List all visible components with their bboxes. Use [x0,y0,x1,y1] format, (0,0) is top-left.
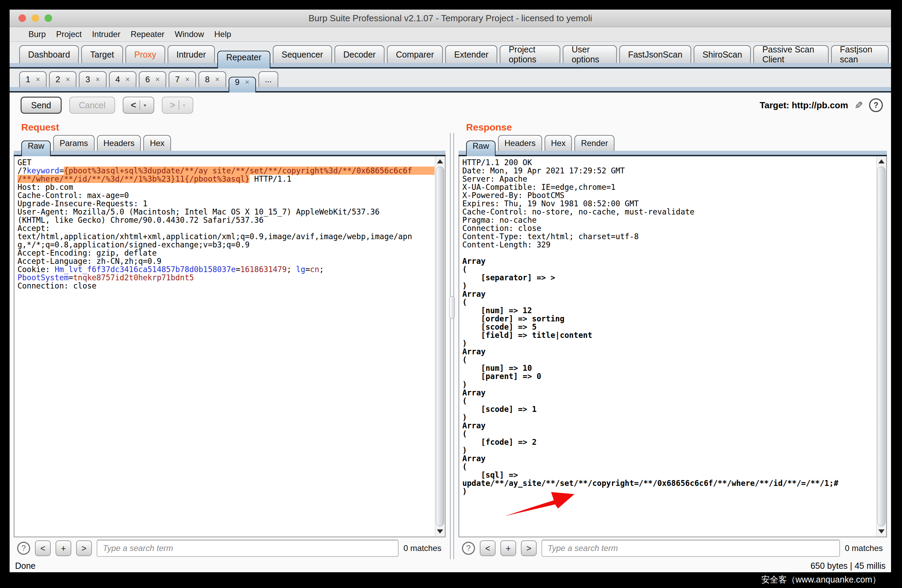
response-scroll-thumb[interactable] [877,167,886,526]
request-tab-hex[interactable]: Hex [143,135,171,151]
request-editor[interactable]: GET/?keyword={pboot%3asql+sql%3dupdate/*… [14,156,446,537]
menu-item-repeater[interactable]: Repeater [125,30,170,39]
menu-item-burp[interactable]: Burp [23,30,51,39]
request-tab-band [14,151,446,156]
tab-fastjson-scan[interactable]: Fastjson scan [831,45,889,63]
close-tab-icon[interactable]: × [185,75,189,84]
request-search-prev-button[interactable]: < [35,540,51,556]
session-tab-2[interactable]: 2× [49,71,77,87]
menu-item-help[interactable]: Help [209,30,236,39]
editor-line: PbootSystem=tnqke8757id2t0hekrp71bdnt5 [17,274,435,281]
response-search-input[interactable] [542,540,840,557]
close-tab-icon[interactable]: × [245,78,249,87]
request-search-next-button[interactable]: > [76,540,92,556]
close-tab-icon[interactable]: × [125,75,130,84]
close-tab-icon[interactable]: × [66,75,70,84]
target-display: Target: http://pb.com ✎ ? [760,99,883,112]
scroll-up-icon[interactable] [435,157,445,166]
tab-proxy[interactable]: Proxy [125,45,165,63]
response-tab-hex[interactable]: Hex [545,135,572,151]
request-scrollbar[interactable] [435,156,445,536]
tab-fastjsonscan[interactable]: FastJsonScan [619,45,691,63]
search-help-icon[interactable]: ? [17,542,30,555]
tab-project-options[interactable]: Project options [500,45,560,63]
tab-repeater[interactable]: Repeater [217,51,270,69]
response-search-next-button[interactable]: > [521,540,537,556]
minimize-window-icon[interactable] [31,14,39,22]
editor-line: [scode] => 5 [462,323,876,331]
tab-dashboard[interactable]: Dashboard [19,45,79,63]
session-tab-more[interactable]: ... [258,71,278,87]
tab-shiroscan[interactable]: ShiroScan [694,45,751,63]
search-help-icon[interactable]: ? [462,542,475,555]
request-search-input[interactable] [97,540,399,557]
response-tab-render[interactable]: Render [575,135,614,151]
session-tab-4[interactable]: 4× [109,71,136,87]
session-tab-7[interactable]: 7× [169,71,196,87]
editor-line: [parent] => 0 [462,372,876,380]
close-tab-icon[interactable]: × [36,75,40,84]
menu-item-window[interactable]: Window [170,30,209,39]
close-tab-icon[interactable]: × [155,75,160,84]
close-window-icon[interactable] [19,14,26,22]
help-icon[interactable]: ? [869,99,883,112]
response-panel: Response RawHeadersHexRender HTTP/1.1 20… [459,118,887,559]
session-tab-6[interactable]: 6× [139,71,166,87]
menu-item-intruder[interactable]: Intruder [87,30,125,39]
editor-line: User-Agent: Mozilla/5.0 (Macintosh; Inte… [17,208,435,216]
editor-line: ( [462,265,876,274]
session-tab-9[interactable]: 9× [229,77,256,92]
request-response-split: Request RawParamsHeadersHex GET/?keyword… [9,118,891,559]
response-tab-headers[interactable]: Headers [498,135,542,151]
close-tab-icon[interactable]: × [215,75,220,84]
cancel-button[interactable]: Cancel [69,97,115,114]
response-search-bar: ? < + > 0 matches [459,537,887,559]
scroll-up-icon[interactable] [877,157,886,166]
editor-line: [separator] => > [462,274,876,281]
dropdown-icon: ▾ [144,102,146,108]
editor-line: [sql] => [462,471,876,479]
request-raw-text[interactable]: GET/?keyword={pboot%3asql+sql%3dupdate/*… [14,158,435,536]
tab-extender[interactable]: Extender [445,45,497,63]
request-tab-params[interactable]: Params [53,135,95,151]
editor-line: text/html,application/xhtml+xml,applicat… [17,232,435,241]
response-raw-text[interactable]: HTTP/1.1 200 OKDate: Mon, 19 Apr 2021 17… [459,158,876,536]
screenshot-stage: Burp Suite Professional v2.1.07 - Tempor… [0,0,902,588]
response-tab-raw[interactable]: Raw [466,141,496,156]
session-tab-3[interactable]: 3× [79,71,106,87]
splitter-handle[interactable] [449,296,455,319]
next-request-button[interactable]: > ▾ [162,97,193,114]
prev-request-button[interactable]: < ▾ [123,97,154,114]
tab-user-options[interactable]: User options [563,45,617,63]
editor-line: Array [462,347,876,356]
request-scroll-thumb[interactable] [436,167,444,526]
watermark: 安全客（www.anquanke.com） [761,574,881,585]
panel-splitter[interactable] [446,118,459,559]
session-tab-1[interactable]: 1× [19,71,47,87]
tab-sequencer[interactable]: Sequencer [273,45,332,63]
request-search-add-button[interactable]: + [55,540,71,556]
response-search-prev-button[interactable]: < [480,540,496,556]
pencil-icon[interactable]: ✎ [854,99,863,111]
response-search-add-button[interactable]: + [500,540,516,556]
scroll-down-icon[interactable] [877,527,886,536]
tab-target[interactable]: Target [81,45,123,63]
tab-passive-scan-client[interactable]: Passive Scan Client [753,45,828,63]
send-button[interactable]: Send [20,97,62,114]
response-editor[interactable]: HTTP/1.1 200 OKDate: Mon, 19 Apr 2021 17… [459,156,887,537]
menu-item-project[interactable]: Project [51,30,87,39]
scroll-down-icon[interactable] [435,527,445,536]
request-tab-raw[interactable]: Raw [21,141,51,156]
response-scrollbar[interactable] [876,156,886,536]
editor-line: X-Powered-By: PbootCMS [462,191,876,199]
target-value: http://pb.com [792,100,848,110]
tab-comparer[interactable]: Comparer [387,45,443,63]
session-tab-8[interactable]: 8× [199,71,226,87]
tab-intruder[interactable]: Intruder [168,45,215,63]
close-tab-icon[interactable]: × [96,75,100,84]
editor-line: Connection: close [462,224,876,232]
request-tab-headers[interactable]: Headers [97,135,141,151]
editor-line: Array [462,257,876,265]
tab-decoder[interactable]: Decoder [335,45,385,63]
zoom-window-icon[interactable] [45,14,52,22]
